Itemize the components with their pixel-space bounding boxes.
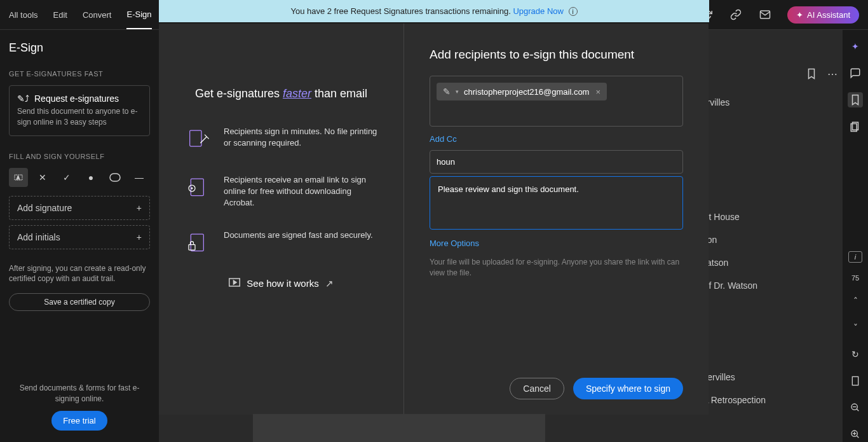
page-info-icon[interactable]: i — [848, 251, 862, 263]
ai-panel-icon[interactable]: ✦ — [848, 39, 863, 54]
plus-icon: + — [137, 203, 142, 213]
tool-check[interactable]: ✓ — [57, 168, 76, 187]
sparkle-icon: ✦ — [796, 10, 803, 20]
svg-rect-15 — [191, 179, 203, 196]
more-options-icon[interactable]: ⋯ — [827, 68, 837, 82]
tool-text[interactable]: A — [9, 168, 28, 187]
see-how-it-works-link[interactable]: See how it works ↗ — [184, 278, 378, 289]
esign-modal: Get e-signatures faster than email Recip… — [159, 24, 709, 415]
svg-marker-20 — [234, 280, 237, 284]
promo-text-3: Documents are signed fast and securely. — [224, 230, 373, 241]
modal-heading: Add recipients to e-sign this document — [430, 48, 683, 62]
add-initials-label: Add initials — [17, 232, 60, 242]
request-esig-title: Request e-signatures — [34, 93, 119, 104]
svg-line-9 — [857, 409, 858, 411]
remove-recipient-icon[interactable]: × — [595, 87, 600, 97]
save-certified-copy-button[interactable]: Save a certified copy — [9, 293, 150, 311]
upgrade-link[interactable]: Upgrade Now — [513, 6, 564, 16]
video-icon — [229, 278, 240, 289]
link-icon[interactable] — [729, 8, 743, 22]
modal-form: Add recipients to e-sign this document ✎… — [403, 24, 709, 415]
svg-line-13 — [857, 436, 858, 438]
upload-note: Your file will be uploaded for e-signing… — [430, 257, 683, 279]
bookmarks-icon[interactable] — [848, 92, 863, 107]
email-link-icon — [184, 174, 212, 202]
fill-sign-tools: A ✕ ✓ ● — — [9, 168, 150, 187]
page-fit-icon[interactable] — [848, 373, 863, 389]
tool-dot[interactable]: ● — [81, 168, 100, 187]
external-link-icon: ↗ — [325, 278, 334, 289]
bottom-promo-text: Send documents & forms for fast e-signin… — [9, 383, 150, 404]
zoom-out-icon[interactable] — [848, 400, 863, 415]
signature-icon: ✎⤴ — [17, 93, 29, 104]
scroll-up-icon[interactable]: ˄ — [848, 293, 863, 308]
recipient-chip[interactable]: ✎ ▾ christopherproject216@gmail.com × — [437, 83, 607, 100]
ai-assistant-button[interactable]: ✦ AI Assistant — [787, 6, 859, 24]
recipient-email: christopherproject216@gmail.com — [464, 87, 589, 97]
cancel-button[interactable]: Cancel — [510, 378, 564, 399]
bookmark-ribbon-icon[interactable] — [806, 68, 817, 82]
tool-line[interactable]: — — [130, 168, 149, 187]
promo-text-1: Recipients sign in minutes. No file prin… — [224, 126, 378, 149]
message-textarea[interactable] — [430, 176, 683, 230]
comment-icon[interactable] — [848, 66, 863, 81]
tab-esign[interactable]: E-Sign — [126, 1, 151, 29]
secure-icon — [184, 230, 212, 258]
sidebar: E-Sign GET E-SIGNATURES FAST ✎⤴Request e… — [0, 30, 159, 442]
chevron-down-icon[interactable]: ▾ — [456, 88, 459, 95]
signer-icon: ✎ — [443, 86, 451, 97]
request-esig-desc: Send this document to anyone to e-sign o… — [17, 106, 142, 128]
after-signing-note: After signing, you can create a read-onl… — [9, 263, 150, 285]
recipients-field[interactable]: ✎ ▾ christopherproject216@gmail.com × — [430, 76, 683, 127]
add-signature-button[interactable]: Add signature + — [9, 196, 150, 220]
section-label-get-sigs: GET E-SIGNATURES FAST — [9, 70, 150, 78]
add-signature-label: Add signature — [17, 203, 72, 213]
thumbnail-strip[interactable] — [253, 414, 545, 442]
svg-rect-6 — [852, 376, 858, 385]
plus-icon: + — [137, 232, 142, 242]
right-rail: ✦ i 75 ˄ ˅ ↻ — [843, 30, 868, 442]
section-label-fill-sign: FILL AND SIGN YOURSELF — [9, 153, 150, 160]
banner-text: You have 2 free Request Signatures trans… — [290, 6, 513, 16]
modal-promo: Get e-signatures faster than email Recip… — [159, 24, 403, 415]
tab-convert[interactable]: Convert — [83, 1, 112, 29]
ai-assistant-label: AI Assistant — [807, 10, 850, 20]
request-esignatures-card[interactable]: ✎⤴Request e-signatures Send this documen… — [9, 85, 150, 136]
sign-minutes-icon — [184, 126, 212, 154]
see-how-label: See how it works — [247, 278, 318, 289]
zoom-in-icon[interactable] — [848, 427, 863, 442]
more-options-link[interactable]: More Options — [430, 238, 683, 248]
tool-cross[interactable]: ✕ — [33, 168, 52, 187]
specify-where-to-sign-button[interactable]: Specify where to sign — [573, 378, 683, 399]
rotate-icon[interactable]: ↻ — [848, 347, 863, 362]
mail-icon[interactable] — [758, 8, 772, 22]
svg-text:A: A — [17, 175, 20, 179]
tab-all-tools[interactable]: All tools — [9, 1, 38, 29]
svg-rect-14 — [190, 130, 201, 146]
info-icon[interactable]: i — [569, 7, 578, 16]
scroll-down-icon[interactable]: ˅ — [848, 320, 863, 335]
svg-rect-3 — [110, 174, 120, 181]
add-cc-link[interactable]: Add Cc — [430, 134, 683, 144]
promo-text-2: Recipients receive an email link to sign… — [224, 174, 378, 209]
sidebar-title: E-Sign — [9, 41, 150, 55]
add-initials-button[interactable]: Add initials + — [9, 225, 150, 249]
promo-title: Get e-signatures faster than email — [184, 87, 378, 100]
free-trial-button[interactable]: Free trial — [51, 411, 107, 431]
upgrade-banner: You have 2 free Request Signatures trans… — [159, 0, 709, 22]
page-number: 75 — [851, 274, 859, 282]
tool-circle[interactable] — [105, 168, 125, 187]
pages-icon[interactable] — [848, 119, 863, 134]
subject-input[interactable] — [430, 150, 683, 174]
svg-rect-17 — [191, 234, 203, 251]
svg-rect-18 — [189, 244, 195, 249]
tab-edit[interactable]: Edit — [53, 1, 67, 29]
